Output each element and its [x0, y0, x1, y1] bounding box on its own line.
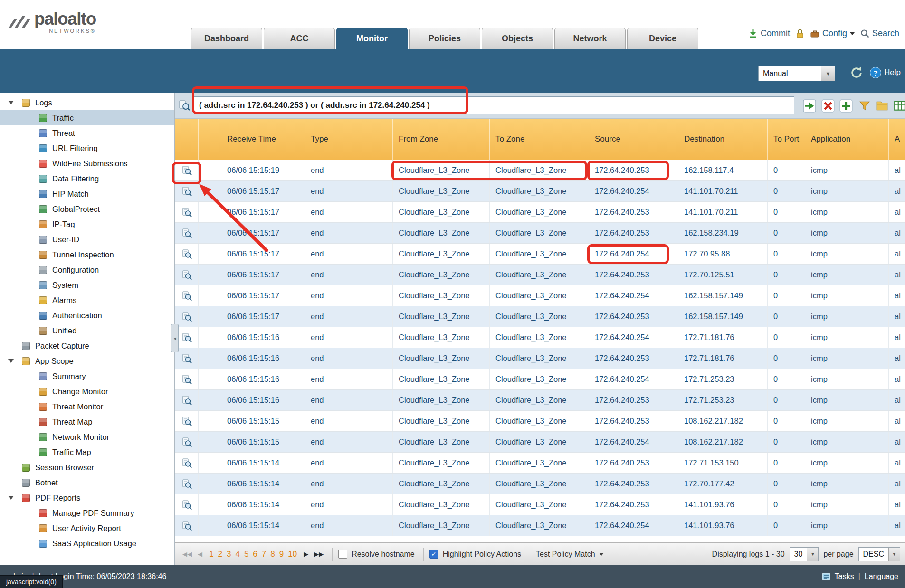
- sidebar-item-data-filtering[interactable]: Data Filtering: [0, 171, 174, 186]
- log-filter-input[interactable]: [194, 96, 794, 114]
- col-header-type[interactable]: Type: [305, 119, 393, 160]
- log-detail-icon[interactable]: [175, 432, 199, 452]
- test-policy-match-button[interactable]: Test Policy Match: [536, 550, 603, 559]
- clear-filter-button[interactable]: [821, 99, 835, 113]
- sidebar-collapse-handle[interactable]: ◂: [171, 324, 179, 352]
- sidebar-item-url-filtering[interactable]: URL Filtering: [0, 141, 174, 156]
- log-detail-icon[interactable]: [175, 515, 199, 536]
- sidebar-item-wildfire-submissions[interactable]: WildFire Submissions: [0, 156, 174, 171]
- per-page-select[interactable]: 30 ▼: [790, 547, 819, 561]
- sidebar-item-session-browser[interactable]: Session Browser: [0, 460, 174, 475]
- page-number-1[interactable]: 1: [209, 550, 213, 559]
- export-logs-button[interactable]: [893, 99, 905, 113]
- sidebar-item-threat-map[interactable]: Threat Map: [0, 414, 174, 429]
- highlight-policy-actions-checkbox[interactable]: ✓: [429, 550, 438, 559]
- last-page-button[interactable]: ▶▶: [314, 550, 324, 558]
- refresh-interval-select[interactable]: Manual ▼: [758, 66, 835, 81]
- tab-acc[interactable]: ACC: [264, 28, 335, 49]
- page-number-2[interactable]: 2: [218, 550, 222, 559]
- log-detail-icon[interactable]: [175, 411, 199, 431]
- sidebar-item-threat[interactable]: Threat: [0, 125, 174, 141]
- col-header-action[interactable]: A: [889, 119, 905, 160]
- sidebar-item-authentication[interactable]: Authentication: [0, 308, 174, 323]
- sidebar-item-globalprotect[interactable]: GlobalProtect: [0, 201, 174, 217]
- page-number-6[interactable]: 6: [253, 550, 257, 559]
- page-number-3[interactable]: 3: [227, 550, 231, 559]
- sidebar-item-saas-application-usage[interactable]: SaaS Application Usage: [0, 536, 174, 551]
- sidebar-item-traffic-map[interactable]: Traffic Map: [0, 445, 174, 460]
- apply-filter-button[interactable]: [802, 99, 817, 113]
- log-detail-icon[interactable]: [175, 369, 199, 389]
- page-number-5[interactable]: 5: [244, 550, 248, 559]
- sidebar-item-summary[interactable]: Summary: [0, 369, 174, 384]
- refresh-button[interactable]: [849, 66, 864, 82]
- expand-caret-icon[interactable]: [8, 496, 14, 500]
- load-filter-button[interactable]: [875, 99, 889, 113]
- sidebar-item-user-id[interactable]: User-ID: [0, 232, 174, 247]
- sidebar-item-pdf-reports[interactable]: PDF Reports: [0, 490, 174, 505]
- sidebar-item-app-scope[interactable]: App Scope: [0, 353, 174, 369]
- sidebar-item-botnet[interactable]: Botnet: [0, 475, 174, 490]
- log-detail-icon[interactable]: [175, 474, 199, 494]
- help-button[interactable]: ? Help: [870, 67, 901, 78]
- commit-button[interactable]: Commit: [748, 28, 790, 38]
- col-header-blank[interactable]: [199, 119, 221, 160]
- language-button[interactable]: Language: [865, 572, 898, 581]
- tab-policies[interactable]: Policies: [409, 28, 480, 49]
- log-detail-icon[interactable]: [175, 265, 199, 285]
- col-header-from-zone[interactable]: From Zone: [393, 119, 490, 160]
- log-detail-icon[interactable]: [175, 285, 199, 306]
- col-header-to-zone[interactable]: To Zone: [490, 119, 589, 160]
- page-number-10[interactable]: 10: [288, 550, 297, 559]
- prev-page-button[interactable]: ◀: [198, 550, 202, 558]
- page-number-7[interactable]: 7: [262, 550, 266, 559]
- log-detail-icon[interactable]: [175, 160, 199, 180]
- log-detail-icon[interactable]: [175, 223, 199, 243]
- first-page-button[interactable]: ◀◀: [182, 550, 192, 558]
- log-query-icon[interactable]: [179, 100, 190, 111]
- sidebar-item-ip-tag[interactable]: IP-Tag: [0, 217, 174, 232]
- sidebar-item-tunnel-inspection[interactable]: Tunnel Inspection: [0, 247, 174, 262]
- resolve-hostname-checkbox[interactable]: [338, 550, 347, 559]
- sidebar-item-unified[interactable]: Unified: [0, 323, 174, 338]
- log-detail-icon[interactable]: [175, 244, 199, 264]
- sidebar-item-manage-pdf-summary[interactable]: Manage PDF Summary: [0, 505, 174, 521]
- tab-dashboard[interactable]: Dashboard: [191, 28, 262, 49]
- sidebar-item-threat-monitor[interactable]: Threat Monitor: [0, 399, 174, 414]
- log-detail-icon[interactable]: [175, 390, 199, 410]
- sidebar-item-network-monitor[interactable]: Network Monitor: [0, 429, 174, 445]
- col-header-destination[interactable]: Destination: [678, 119, 768, 160]
- lock-icon[interactable]: [796, 28, 804, 38]
- tab-device[interactable]: Device: [627, 28, 698, 49]
- filter-builder-button[interactable]: [857, 99, 872, 113]
- col-header-application[interactable]: Application: [805, 119, 889, 160]
- expand-caret-icon[interactable]: [8, 101, 14, 104]
- sidebar-item-user-activity-report[interactable]: User Activity Report: [0, 521, 174, 536]
- log-detail-icon[interactable]: [175, 306, 199, 327]
- col-header-to-port[interactable]: To Port: [768, 119, 805, 160]
- sidebar-item-hip-match[interactable]: HIP Match: [0, 186, 174, 201]
- next-page-button[interactable]: ▶: [304, 550, 308, 558]
- sidebar-item-alarms[interactable]: Alarms: [0, 293, 174, 308]
- sort-order-select[interactable]: DESC ▼: [858, 547, 900, 561]
- chevron-down-icon[interactable]: ▼: [807, 548, 818, 561]
- col-header-source[interactable]: Source: [589, 119, 678, 160]
- destination-link[interactable]: 172.70.177.42: [684, 479, 734, 488]
- config-button[interactable]: Config: [810, 28, 855, 38]
- log-detail-icon[interactable]: [175, 202, 199, 222]
- col-header-receive-time[interactable]: Receive Time: [221, 119, 305, 160]
- chevron-down-icon[interactable]: ▼: [888, 548, 900, 561]
- expand-caret-icon[interactable]: [8, 359, 14, 363]
- add-filter-button[interactable]: [839, 99, 853, 113]
- tab-network[interactable]: Network: [554, 28, 626, 49]
- tab-monitor[interactable]: Monitor: [336, 28, 408, 49]
- sidebar-item-system[interactable]: System: [0, 277, 174, 293]
- sidebar-item-traffic[interactable]: Traffic: [0, 110, 174, 125]
- search-button[interactable]: Search: [860, 28, 899, 38]
- tasks-button[interactable]: Tasks: [835, 572, 854, 581]
- page-number-4[interactable]: 4: [235, 550, 239, 559]
- col-header-icon[interactable]: [175, 119, 199, 160]
- sidebar-item-configuration[interactable]: Configuration: [0, 262, 174, 277]
- sidebar-item-change-monitor[interactable]: Change Monitor: [0, 384, 174, 399]
- page-number-9[interactable]: 9: [279, 550, 284, 559]
